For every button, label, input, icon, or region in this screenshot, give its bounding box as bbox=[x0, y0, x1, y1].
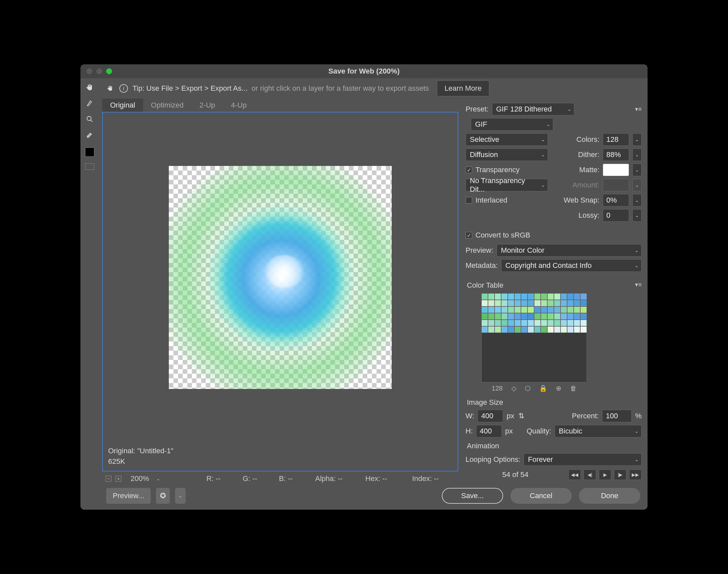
interlaced-checkbox[interactable] bbox=[465, 197, 472, 204]
color-swatch[interactable] bbox=[528, 306, 534, 313]
color-swatch[interactable] bbox=[514, 293, 521, 300]
color-swatch[interactable] bbox=[541, 326, 547, 333]
color-swatch[interactable] bbox=[534, 313, 541, 320]
color-swatch[interactable] bbox=[528, 313, 534, 320]
link-wh-icon[interactable]: ⇅ bbox=[518, 412, 525, 420]
lock-color-icon[interactable]: 🔒 bbox=[539, 384, 547, 392]
color-swatch[interactable] bbox=[580, 306, 587, 313]
color-swatch[interactable] bbox=[580, 326, 587, 333]
color-swatch[interactable] bbox=[508, 300, 514, 306]
color-swatch[interactable] bbox=[560, 293, 567, 300]
color-swatch[interactable] bbox=[488, 293, 495, 300]
color-swatch[interactable] bbox=[501, 313, 508, 320]
color-swatch[interactable] bbox=[514, 326, 521, 333]
lossy-input[interactable]: 0 bbox=[603, 209, 629, 222]
color-swatch[interactable] bbox=[514, 320, 521, 326]
eyedropper-color-swatch[interactable] bbox=[85, 148, 94, 157]
zoom-out-button[interactable]: − bbox=[105, 476, 111, 482]
color-swatch[interactable] bbox=[541, 293, 547, 300]
preset-menu-icon[interactable]: ▾≡ bbox=[635, 106, 642, 113]
zoom-in-button[interactable]: + bbox=[116, 476, 121, 482]
height-input[interactable]: 400 bbox=[476, 425, 502, 438]
color-swatch[interactable] bbox=[482, 313, 488, 320]
colors-stepper[interactable]: ⌄ bbox=[632, 133, 642, 146]
color-swatch[interactable] bbox=[534, 326, 541, 333]
color-swatch[interactable] bbox=[554, 326, 560, 333]
colors-input[interactable]: 128 bbox=[603, 133, 629, 146]
last-frame-button[interactable]: ▶▶ bbox=[629, 469, 642, 480]
color-swatch[interactable] bbox=[514, 306, 521, 313]
color-swatch[interactable] bbox=[580, 313, 587, 320]
color-swatch[interactable] bbox=[574, 320, 580, 326]
slice-select-tool-icon[interactable] bbox=[84, 97, 96, 109]
color-swatch[interactable] bbox=[508, 313, 514, 320]
color-swatch[interactable] bbox=[528, 320, 534, 326]
color-swatch[interactable] bbox=[541, 313, 547, 320]
metadata-dropdown[interactable]: Copyright and Contact Info⌄ bbox=[501, 259, 642, 272]
cancel-button[interactable]: Cancel bbox=[510, 488, 572, 504]
dither-input[interactable]: 88% bbox=[603, 149, 629, 161]
color-swatch[interactable] bbox=[521, 306, 528, 313]
color-swatch[interactable] bbox=[521, 293, 528, 300]
color-swatch[interactable] bbox=[534, 300, 541, 306]
color-swatch[interactable] bbox=[554, 306, 560, 313]
tab-4-up[interactable]: 4-Up bbox=[223, 99, 255, 112]
matte-swatch[interactable] bbox=[603, 164, 629, 176]
tab-optimized[interactable]: Optimized bbox=[143, 99, 191, 112]
color-swatch[interactable] bbox=[501, 320, 508, 326]
slice-visibility-toggle[interactable] bbox=[85, 163, 94, 170]
color-swatch[interactable] bbox=[495, 320, 501, 326]
color-swatch[interactable] bbox=[508, 306, 514, 313]
dither-stepper[interactable]: ⌄ bbox=[632, 149, 642, 161]
color-swatch[interactable] bbox=[560, 313, 567, 320]
color-swatch[interactable] bbox=[521, 313, 528, 320]
color-swatch[interactable] bbox=[567, 313, 574, 320]
color-swatch[interactable] bbox=[482, 320, 488, 326]
color-swatch[interactable] bbox=[488, 300, 495, 306]
color-swatch[interactable] bbox=[567, 306, 574, 313]
eyedropper-tool-icon[interactable] bbox=[84, 129, 96, 141]
color-swatch[interactable] bbox=[521, 326, 528, 333]
color-swatch[interactable] bbox=[501, 300, 508, 306]
color-swatch[interactable] bbox=[495, 306, 501, 313]
color-swatch[interactable] bbox=[560, 326, 567, 333]
color-swatch[interactable] bbox=[521, 320, 528, 326]
play-button[interactable]: ▶ bbox=[599, 469, 611, 480]
color-swatch[interactable] bbox=[567, 293, 574, 300]
color-swatch[interactable] bbox=[574, 326, 580, 333]
color-swatch[interactable] bbox=[554, 313, 560, 320]
color-swatch[interactable] bbox=[554, 293, 560, 300]
tab-original[interactable]: Original bbox=[102, 99, 143, 112]
color-swatch[interactable] bbox=[501, 293, 508, 300]
width-input[interactable]: 400 bbox=[477, 410, 503, 422]
color-swatch[interactable] bbox=[547, 300, 554, 306]
web-snap-stepper[interactable]: ⌄ bbox=[632, 194, 642, 206]
color-swatch[interactable] bbox=[541, 306, 547, 313]
color-swatch[interactable] bbox=[508, 326, 514, 333]
color-swatch[interactable] bbox=[514, 313, 521, 320]
web-snap-input[interactable]: 0% bbox=[603, 194, 629, 206]
color-swatch[interactable] bbox=[495, 293, 501, 300]
first-frame-button[interactable]: ◀◀ bbox=[568, 469, 581, 480]
looping-dropdown[interactable]: Forever⌄ bbox=[524, 453, 642, 466]
color-swatch[interactable] bbox=[574, 293, 580, 300]
color-swatch[interactable] bbox=[482, 293, 488, 300]
color-swatch[interactable] bbox=[541, 300, 547, 306]
browser-select-button[interactable]: ✪ bbox=[156, 488, 170, 504]
done-button[interactable]: Done bbox=[579, 488, 640, 504]
color-swatch[interactable] bbox=[580, 300, 587, 306]
hand-tool-icon[interactable] bbox=[84, 81, 96, 93]
preview-dropdown[interactable]: Monitor Color⌄ bbox=[497, 244, 642, 257]
prev-frame-button[interactable]: ◀| bbox=[584, 469, 596, 480]
transparency-checkbox[interactable] bbox=[465, 167, 472, 173]
color-swatch[interactable] bbox=[495, 326, 501, 333]
color-swatch[interactable] bbox=[501, 306, 508, 313]
color-swatch[interactable] bbox=[574, 306, 580, 313]
color-swatch[interactable] bbox=[547, 306, 554, 313]
color-swatch[interactable] bbox=[482, 300, 488, 306]
color-swatch[interactable] bbox=[528, 300, 534, 306]
color-swatch[interactable] bbox=[560, 306, 567, 313]
color-swatch[interactable] bbox=[488, 306, 495, 313]
color-swatch[interactable] bbox=[488, 320, 495, 326]
preview-canvas[interactable] bbox=[103, 113, 458, 442]
